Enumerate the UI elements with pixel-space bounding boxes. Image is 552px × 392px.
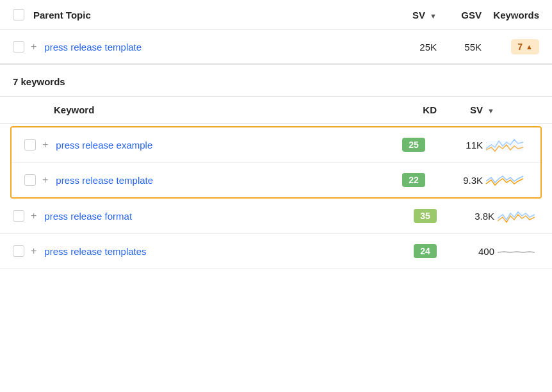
- parent-topic-link[interactable]: press release template: [44, 42, 386, 53]
- kw-row-2: + press release format 35 3.8K: [0, 199, 552, 234]
- kw-row-3-sv: 400: [437, 246, 494, 257]
- kw-row-0-checkbox[interactable]: [24, 139, 36, 151]
- kw-row-3-plus-icon[interactable]: +: [31, 245, 37, 257]
- kw-row-1-link[interactable]: press release template: [56, 175, 380, 186]
- kw-row-1-kd: 22: [380, 173, 425, 187]
- parent-row-sv: 25K: [386, 42, 437, 53]
- parent-row-checkbox[interactable]: [13, 41, 24, 53]
- highlighted-keywords-group: + press release example 25 11K +: [10, 126, 542, 199]
- kw-row-3-chart: [494, 242, 539, 260]
- kw-row-0: + press release example 25 11K: [12, 127, 540, 163]
- main-table: Parent Topic SV ▼ GSV Keywords + press r…: [0, 0, 552, 269]
- sparkline-1: [486, 171, 524, 189]
- parent-row-gsv: 55K: [437, 42, 482, 53]
- parent-topic-row: + press release template 25K 55K 7 ▲: [0, 30, 552, 65]
- keywords-header-row: Keyword KD SV ▼: [0, 97, 552, 124]
- kw-row-2-chart: [494, 207, 539, 225]
- kw-row-1-chart: [483, 171, 528, 189]
- kw-row-0-link[interactable]: press release example: [56, 140, 380, 151]
- kw-row-3: + press release templates 24 400: [0, 234, 552, 269]
- kw-row-1: + press release template 22 9.3K: [12, 163, 540, 197]
- keywords-badge[interactable]: 7 ▲: [511, 39, 539, 54]
- kw-row-1-plus-icon[interactable]: +: [42, 174, 48, 186]
- keyword-column-header: Keyword: [54, 104, 392, 115]
- kw-row-1-sv: 9.3K: [425, 175, 483, 186]
- kw-row-0-sv: 11K: [425, 140, 483, 151]
- kw-row-2-kd: 35: [392, 209, 437, 223]
- sparkline-2: [498, 207, 536, 225]
- parent-header-row: Parent Topic SV ▼ GSV Keywords: [0, 0, 552, 30]
- parent-row-expand-icon[interactable]: +: [31, 41, 37, 53]
- kw-row-2-plus-icon[interactable]: +: [31, 210, 37, 222]
- sv-column-header: SV ▼: [386, 10, 437, 20]
- kd-badge-3: 24: [414, 244, 437, 258]
- kw-row-3-checkbox[interactable]: [13, 245, 24, 257]
- kw-row-2-checkbox[interactable]: [13, 210, 24, 222]
- keywords-column-header: Keywords: [482, 10, 539, 20]
- sv-sort-icon[interactable]: ▼: [430, 12, 437, 20]
- kw-row-3-kd: 24: [392, 244, 437, 258]
- kd-badge-0: 25: [402, 138, 425, 152]
- kd-badge-2: 35: [414, 209, 437, 223]
- kw-sv-sort-icon[interactable]: ▼: [487, 107, 494, 115]
- keywords-badge-arrow: ▲: [526, 43, 533, 51]
- kd-column-header: KD: [392, 104, 437, 115]
- kw-row-2-sv: 3.8K: [437, 211, 494, 222]
- section-label: 7 keywords: [0, 65, 552, 97]
- svg-rect-0: [486, 141, 523, 151]
- kw-row-3-link[interactable]: press release templates: [44, 246, 392, 257]
- sparkline-0: [486, 136, 524, 154]
- kw-row-1-checkbox[interactable]: [24, 174, 36, 186]
- kw-row-0-chart: [483, 136, 528, 154]
- parent-row-keywords: 7 ▲: [482, 39, 539, 54]
- parent-topic-column-header: Parent Topic: [33, 10, 386, 20]
- gsv-column-header: GSV: [437, 10, 482, 20]
- kw-row-2-link[interactable]: press release format: [44, 211, 392, 222]
- kw-row-0-kd: 25: [380, 138, 425, 152]
- sparkline-3: [498, 242, 536, 260]
- kw-row-0-plus-icon[interactable]: +: [42, 139, 48, 151]
- keywords-count: 7: [517, 42, 523, 52]
- parent-header-checkbox[interactable]: [13, 9, 24, 20]
- kd-badge-1: 22: [402, 173, 425, 187]
- highlight-wrapper: + press release example 25 11K +: [0, 124, 552, 199]
- svg-rect-1: [498, 213, 535, 221]
- kw-sv-column-header: SV ▼: [437, 104, 494, 115]
